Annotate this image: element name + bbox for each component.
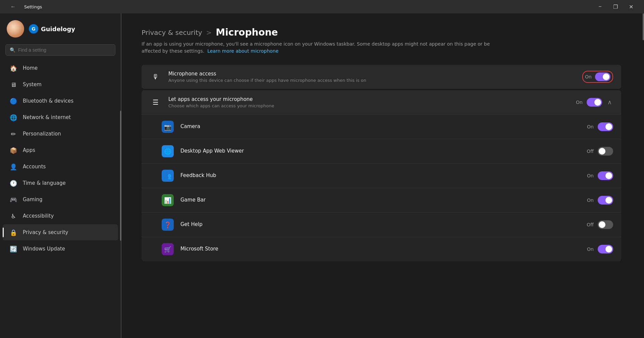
network-icon: 🌐	[9, 113, 17, 121]
back-button[interactable]: ←	[5, 0, 21, 13]
get-help-toggle[interactable]	[598, 220, 613, 229]
microphone-access-state: On	[585, 74, 592, 79]
feedback-hub-icon: 👥	[162, 170, 174, 182]
sidebar-item-gaming[interactable]: 🎮 Gaming	[3, 191, 118, 208]
scrollbar-track[interactable]	[641, 13, 644, 338]
learn-more-link[interactable]: Learn more about microphone	[207, 48, 278, 54]
time-icon: 🕐	[9, 179, 17, 187]
desktop-web-viewer-control: Off	[587, 147, 613, 156]
desktop-web-viewer-state: Off	[587, 149, 594, 154]
get-help-text: Get Help	[180, 221, 587, 228]
microsoft-store-control: On	[587, 245, 613, 253]
sidebar-item-personalization[interactable]: ✏️ Personalization	[3, 126, 118, 142]
sidebar-item-label: Accessibility	[23, 213, 54, 219]
system-icon: 🖥	[9, 80, 17, 89]
sidebar-nav: 🏠 Home 🖥 System 🔵 Bluetooth & devices 🌐 …	[0, 60, 121, 257]
sidebar-item-label: Apps	[23, 147, 35, 153]
sidebar-item-label: System	[23, 81, 42, 88]
brand-icon: G	[29, 24, 38, 34]
restore-button[interactable]: ❐	[608, 0, 623, 13]
feedback-hub-toggle[interactable]	[598, 171, 613, 180]
game-bar-control: On	[587, 196, 613, 205]
feedback-hub-state: On	[587, 173, 594, 178]
feedback-hub-row: 👥 Feedback Hub On	[142, 164, 621, 188]
microsoft-store-icon: 🛒	[162, 243, 174, 255]
sidebar-item-time[interactable]: 🕐 Time & language	[3, 175, 118, 191]
accounts-icon: 👤	[9, 163, 17, 171]
apps-icon: 📦	[9, 146, 17, 154]
minimize-button[interactable]: −	[592, 0, 608, 13]
search-icon: 🔍	[10, 47, 15, 53]
sidebar-item-accounts[interactable]: 👤 Accounts	[3, 159, 118, 175]
desktop-web-viewer-title: Desktop App Web Viewer	[180, 148, 587, 154]
sidebar-item-label: Personalization	[23, 131, 61, 137]
accessibility-icon: ♿	[9, 212, 17, 220]
home-icon: 🏠	[9, 64, 17, 72]
sidebar-item-apps[interactable]: 📦 Apps	[3, 142, 118, 158]
sidebar-item-label: Privacy & security	[23, 229, 68, 235]
sidebar-item-network[interactable]: 🌐 Network & internet	[3, 109, 118, 125]
bluetooth-icon: 🔵	[9, 97, 17, 105]
update-icon: 🔄	[9, 245, 17, 253]
microsoft-store-text: Microsoft Store	[180, 246, 587, 253]
sidebar-item-update[interactable]: 🔄 Windows Update	[3, 241, 118, 257]
app-title: Settings	[24, 4, 42, 9]
personalization-icon: ✏️	[9, 130, 17, 138]
microsoft-store-toggle[interactable]	[598, 245, 613, 253]
brand-name: Guidelogy	[41, 25, 75, 33]
sidebar-item-label: Gaming	[23, 196, 43, 203]
sidebar-item-home[interactable]: 🏠 Home	[3, 60, 118, 76]
microphone-access-toggle-highlight: On	[582, 71, 613, 83]
desktop-web-viewer-text: Desktop App Web Viewer	[180, 148, 587, 155]
let-apps-access-toggle[interactable]	[587, 98, 602, 107]
game-bar-state: On	[587, 198, 594, 203]
sidebar-item-bluetooth[interactable]: 🔵 Bluetooth & devices	[3, 93, 118, 109]
breadcrumb-parent[interactable]: Privacy & security	[142, 29, 202, 37]
let-apps-access-title: Let apps access your microphone	[168, 96, 576, 102]
scroll-thumb	[120, 111, 121, 240]
sidebar-item-accessibility[interactable]: ♿ Accessibility	[3, 208, 118, 224]
microsoft-store-row: 🛒 Microsoft Store On	[142, 237, 621, 261]
game-bar-row: 📊 Game Bar On	[142, 188, 621, 213]
sidebar-item-label: Network & internet	[23, 114, 71, 120]
sidebar-item-system[interactable]: 🖥 System	[3, 76, 118, 93]
microphone-icon: 🎙	[150, 71, 162, 83]
page-title: Microphone	[216, 27, 278, 38]
search-input[interactable]	[18, 47, 111, 53]
apps-access-icon: ☰	[150, 96, 162, 108]
privacy-icon: 🔒	[9, 228, 17, 236]
sidebar-item-label: Home	[23, 65, 38, 71]
sidebar-item-label: Bluetooth & devices	[23, 98, 73, 104]
microphone-access-card: 🎙 Microphone access Anyone using this de…	[142, 65, 621, 89]
search-box[interactable]: 🔍	[5, 44, 115, 56]
let-apps-access-text: Let apps access your microphone Choose w…	[168, 96, 576, 108]
get-help-icon: ❓	[162, 219, 174, 231]
microsoft-store-state: On	[587, 246, 594, 252]
feedback-hub-text: Feedback Hub	[180, 172, 587, 179]
close-button[interactable]: ✕	[623, 0, 639, 13]
game-bar-toggle[interactable]	[598, 196, 613, 205]
camera-app-control: On	[587, 122, 613, 131]
sidebar-item-privacy[interactable]: 🔒 Privacy & security	[3, 224, 118, 240]
titlebar-left: ← Settings	[5, 0, 42, 13]
window-controls: − ❐ ✕	[592, 0, 639, 13]
let-apps-expand-button[interactable]: ∧	[606, 97, 613, 107]
let-apps-access-state: On	[576, 100, 583, 105]
microphone-access-toggle[interactable]	[595, 72, 610, 81]
get-help-state: Off	[587, 222, 594, 227]
page-description: If an app is using your microphone, you'…	[142, 41, 494, 55]
let-apps-access-card: ☰ Let apps access your microphone Choose…	[142, 90, 621, 261]
camera-toggle[interactable]	[598, 122, 613, 131]
desktop-web-viewer-toggle[interactable]	[598, 147, 613, 156]
microphone-access-subtitle: Anyone using this device can choose if t…	[168, 78, 582, 83]
let-apps-access-subtitle: Choose which apps can access your microp…	[168, 103, 576, 108]
desktop-web-viewer-icon: 🌐	[162, 145, 174, 157]
microsoft-store-title: Microsoft Store	[180, 246, 587, 252]
sidebar: G Guidelogy 🔍 🏠 Home 🖥 System 🔵 Bluetoot…	[0, 13, 121, 338]
get-help-title: Get Help	[180, 221, 587, 227]
scrollbar-thumb[interactable]	[643, 13, 644, 40]
titlebar: ← Settings − ❐ ✕	[0, 0, 644, 13]
get-help-row: ❓ Get Help Off	[142, 213, 621, 237]
main-content: Privacy & security > Microphone If an ap…	[121, 13, 641, 338]
feedback-hub-title: Feedback Hub	[180, 172, 587, 178]
